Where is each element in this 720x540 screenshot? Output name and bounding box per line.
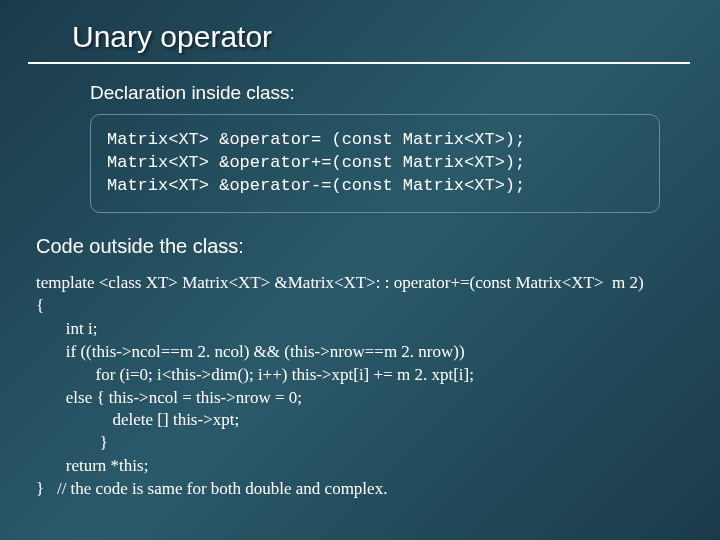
code-line: else { this->ncol = this->nrow = 0;	[36, 387, 720, 410]
declaration-box: Matrix<XT> &operator= (const Matrix<XT>)…	[90, 114, 660, 213]
code-line: return *this;	[36, 455, 720, 478]
code-line: {	[36, 295, 720, 318]
code-line: template <class XT> Matrix<XT> &Matrix<X…	[36, 272, 720, 295]
slide: Unary operator Declaration inside class:…	[0, 0, 720, 501]
declaration-line: Matrix<XT> &operator= (const Matrix<XT>)…	[107, 129, 643, 152]
declaration-label: Declaration inside class:	[0, 82, 720, 104]
code-line: delete [] this->xpt;	[36, 409, 720, 432]
code-line: int i;	[36, 318, 720, 341]
code-line: }	[36, 432, 720, 455]
declaration-line: Matrix<XT> &operator+=(const Matrix<XT>)…	[107, 152, 643, 175]
code-block: template <class XT> Matrix<XT> &Matrix<X…	[0, 272, 720, 501]
title-underline	[28, 62, 690, 64]
code-line: for (i=0; i<this->dim(); i++) this->xpt[…	[36, 364, 720, 387]
slide-title: Unary operator	[0, 20, 720, 54]
code-line: if ((this->ncol==m 2. ncol) && (this->nr…	[36, 341, 720, 364]
code-line: } // the code is same for both double an…	[36, 478, 720, 501]
declaration-line: Matrix<XT> &operator-=(const Matrix<XT>)…	[107, 175, 643, 198]
outside-code-label: Code outside the class:	[0, 235, 720, 258]
